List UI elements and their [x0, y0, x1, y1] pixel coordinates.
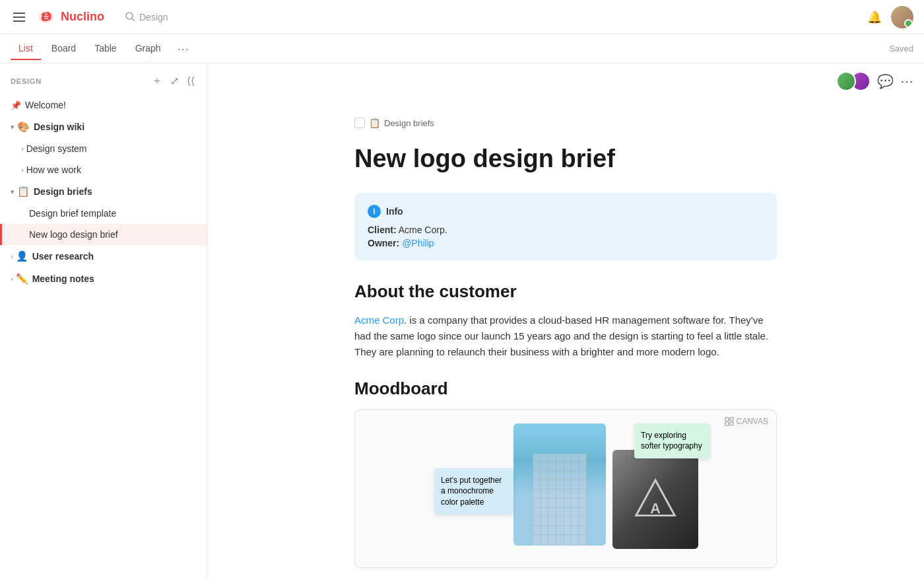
- svg-rect-3: [725, 417, 729, 421]
- canvas-label: CANVAS: [725, 417, 768, 426]
- info-box: i Info Client: Acme Corp. Owner: @Philip: [354, 193, 777, 260]
- chevron-right-icon: ›: [21, 166, 24, 174]
- doc-content: 📋 Design briefs New logo design brief i …: [207, 91, 924, 578]
- sidebar-item-label: User research: [32, 251, 191, 262]
- sidebar-item-design-brief-template[interactable]: Design brief template □: [0, 203, 207, 224]
- sidebar-item-label: New logo design brief: [21, 229, 191, 240]
- canvas-image-building: [513, 423, 606, 546]
- sidebar-item-label: Design brief template: [21, 208, 191, 219]
- search-icon: [125, 12, 135, 22]
- sidebar-section-title: DESIGN: [11, 77, 42, 85]
- sidebar-collapse-button[interactable]: ⟨⟨: [185, 73, 196, 89]
- body-text-customer: Acme Corp. is a company that provides a …: [354, 312, 777, 360]
- breadcrumb: 📋 Design briefs: [354, 118, 777, 128]
- doc-area: 💬 ⋯ 📋 Design briefs New logo design brie…: [207, 63, 924, 578]
- client-label: Client:: [368, 225, 397, 235]
- chevron-right-icon: ›: [11, 252, 13, 260]
- breadcrumb-emoji-icon: 📋: [369, 118, 380, 128]
- logo[interactable]: Nuclino: [36, 7, 104, 28]
- pin-icon: 📌: [11, 100, 21, 110]
- svg-rect-5: [725, 422, 729, 425]
- topbar-right: 🔔: [867, 6, 913, 28]
- sticky-note-blue: Let's put together a monochrome color pa…: [434, 468, 513, 515]
- tab-graph[interactable]: Graph: [127, 38, 169, 60]
- view-tabs: List Board Table Graph ⋯ Saved: [0, 34, 924, 63]
- user-avatar[interactable]: [891, 6, 913, 28]
- sidebar-item-label: Meeting notes: [32, 273, 191, 284]
- logo-icon: [36, 7, 57, 28]
- svg-point-1: [126, 13, 133, 19]
- info-box-header: i Info: [368, 205, 764, 218]
- search-bar[interactable]: Design: [125, 12, 168, 22]
- item-emoji-icon: 📋: [17, 186, 30, 198]
- tab-list[interactable]: List: [11, 38, 41, 60]
- topbar: Nuclino Design 🔔: [0, 0, 924, 34]
- svg-text:A: A: [650, 501, 660, 517]
- info-client-row: Client: Acme Corp.: [368, 225, 764, 235]
- sidebar-expand-button[interactable]: ⤢: [169, 73, 180, 89]
- tab-table[interactable]: Table: [86, 38, 124, 60]
- sidebar-item-welcome[interactable]: 📌 Welcome! □: [0, 94, 207, 116]
- sidebar-item-design-briefs[interactable]: ▾ 📋 Design briefs □: [0, 180, 207, 203]
- owner-label: Owner:: [368, 238, 399, 248]
- saved-status: Saved: [889, 44, 913, 54]
- sidebar-add-button[interactable]: ＋: [150, 73, 164, 89]
- doc-collaborators: [836, 71, 871, 91]
- sidebar-item-design-system[interactable]: › Design system □: [0, 138, 207, 159]
- info-box-title: Info: [386, 206, 403, 217]
- canvas-image-dark: A: [612, 450, 698, 549]
- sidebar-items-list: 📌 Welcome! □ ▾ 🎨 Design wiki □ › Design …: [0, 94, 207, 578]
- main-layout: DESIGN ＋ ⤢ ⟨⟨ 📌 Welcome! □ ▾ 🎨 Design wi…: [0, 63, 924, 578]
- section-heading-customer: About the customer: [354, 281, 777, 302]
- triangle-svg: A: [630, 470, 681, 529]
- acme-corp-link[interactable]: Acme Corp: [354, 314, 404, 326]
- svg-rect-7: [533, 454, 587, 546]
- collaborator-avatar-1: [836, 71, 856, 91]
- sticky-note-green-text: Try exploring softer typography: [641, 431, 702, 451]
- sticky-note-green: Try exploring softer typography: [634, 423, 710, 459]
- sidebar-item-label: Welcome!: [25, 100, 191, 110]
- sidebar-item-design-wiki[interactable]: ▾ 🎨 Design wiki □: [0, 116, 207, 138]
- sidebar-actions: ＋ ⤢ ⟨⟨: [150, 73, 196, 89]
- item-emoji-icon: ✏️: [16, 273, 28, 285]
- sidebar-item-label: How we work: [26, 164, 191, 175]
- sidebar: DESIGN ＋ ⤢ ⟨⟨ 📌 Welcome! □ ▾ 🎨 Design wi…: [0, 63, 207, 578]
- hamburger-menu[interactable]: [11, 10, 28, 24]
- search-placeholder: Design: [139, 12, 168, 22]
- sidebar-item-how-we-work[interactable]: › How we work □: [0, 159, 207, 180]
- sidebar-item-label: Design briefs: [34, 186, 191, 197]
- svg-rect-4: [730, 417, 733, 421]
- breadcrumb-label: Design briefs: [384, 118, 434, 128]
- sidebar-item-meeting-notes[interactable]: › ✏️ Meeting notes □: [0, 268, 207, 290]
- chevron-down-icon: ▾: [11, 188, 15, 196]
- chevron-down-icon: ▾: [11, 123, 15, 131]
- sidebar-header: DESIGN ＋ ⤢ ⟨⟨: [0, 63, 207, 94]
- sidebar-item-new-logo-design-brief[interactable]: New logo design brief □: [0, 224, 207, 245]
- sidebar-item-user-research[interactable]: › 👤 User research □: [0, 245, 207, 268]
- owner-link[interactable]: @Philip: [402, 238, 434, 248]
- notifications-bell[interactable]: 🔔: [867, 10, 882, 24]
- sidebar-item-label: Design wiki: [34, 122, 191, 132]
- breadcrumb-checkbox[interactable]: [354, 118, 365, 128]
- info-icon: i: [368, 205, 381, 218]
- building-svg: [518, 454, 601, 546]
- moodboard-canvas[interactable]: CANVAS: [354, 410, 777, 568]
- svg-line-2: [132, 18, 135, 21]
- info-owner-row: Owner: @Philip: [368, 238, 764, 248]
- tabs-more-button[interactable]: ⋯: [174, 39, 191, 59]
- doc-content-inner: 📋 Design briefs New logo design brief i …: [315, 91, 816, 578]
- item-emoji-icon: 👤: [16, 250, 28, 262]
- chevron-right-icon: ›: [11, 275, 13, 283]
- doc-more-button[interactable]: ⋯: [900, 73, 913, 89]
- canvas-label-text: CANVAS: [737, 417, 768, 426]
- sidebar-item-label: Design system: [26, 143, 191, 154]
- topbar-left: Nuclino Design: [11, 7, 168, 28]
- comments-icon[interactable]: 💬: [877, 73, 894, 89]
- body-text-content: . is a company that provides a cloud-bas…: [354, 314, 768, 357]
- svg-rect-6: [730, 422, 733, 425]
- client-value: Acme Corp.: [399, 225, 447, 235]
- doc-title: New logo design brief: [354, 144, 777, 174]
- chevron-right-icon: ›: [21, 145, 24, 153]
- tab-board[interactable]: Board: [44, 38, 84, 60]
- canvas-icon: [725, 417, 734, 426]
